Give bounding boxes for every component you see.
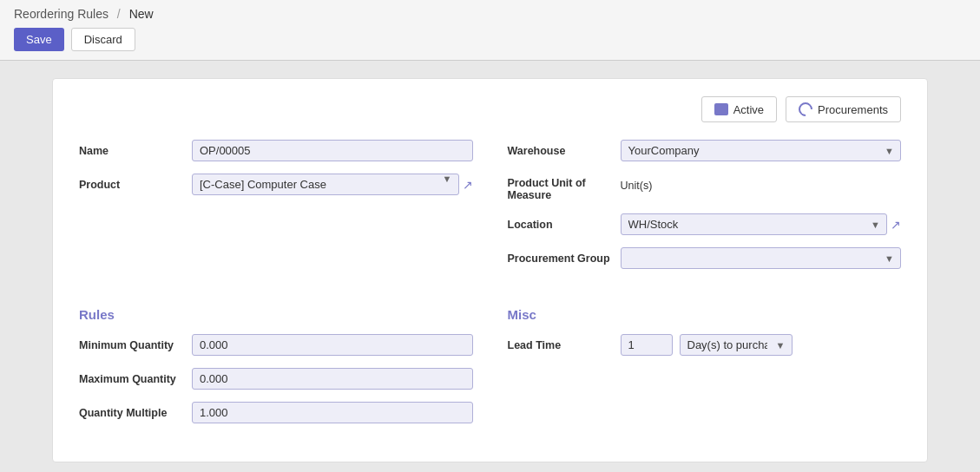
warehouse-select-wrap: YourCompany ▼ <box>621 140 902 161</box>
location-select-container: WH/Stock ▼ ↗ <box>621 213 902 235</box>
name-input[interactable] <box>192 140 473 161</box>
name-field-row: Name <box>79 140 473 161</box>
breadcrumb-separator: / <box>117 7 121 21</box>
misc-title: Misc <box>508 307 902 322</box>
procurement-group-select-wrap: ▼ <box>621 247 902 269</box>
bottom-sections: Rules Minimum Quantity Maximum Quantity … <box>79 307 901 436</box>
location-select-wrap: WH/Stock ▼ <box>621 213 888 235</box>
lead-time-unit-wrap: Day(s) to purchase Day(s) to manufacture… <box>680 334 793 356</box>
warehouse-label: Warehouse <box>508 145 621 157</box>
lead-time-label: Lead Time <box>508 339 621 351</box>
location-select[interactable]: WH/Stock <box>621 213 888 235</box>
content-area: Active Procurements Name Product <box>0 61 980 472</box>
form-card: Active Procurements Name Product <box>52 78 928 462</box>
max-qty-label: Maximum Quantity <box>79 373 192 385</box>
qty-multiple-label: Quantity Multiple <box>79 407 192 419</box>
procurement-group-value: ▼ <box>621 247 902 269</box>
location-field-row: Location WH/Stock ▼ ↗ <box>508 213 902 235</box>
max-qty-row: Maximum Quantity <box>79 368 473 390</box>
name-label: Name <box>79 145 192 157</box>
breadcrumb-parent[interactable]: Reordering Rules <box>14 7 109 21</box>
max-qty-input[interactable] <box>192 368 473 390</box>
product-select-wrap: [C-Case] Computer Case ▼ <box>192 174 459 195</box>
discard-button[interactable]: Discard <box>71 28 135 51</box>
min-qty-value <box>192 334 473 356</box>
warehouse-field-row: Warehouse YourCompany ▼ <box>508 140 902 161</box>
procurement-group-field-row: Procurement Group ▼ <box>508 247 902 269</box>
product-select[interactable]: [C-Case] Computer Case <box>192 174 459 195</box>
location-external-link[interactable]: ↗ <box>891 218 901 232</box>
product-field-row: Product [C-Case] Computer Case ▼ ↗ <box>79 174 473 195</box>
product-unit-field-row: Product Unit of Measure Unit(s) <box>508 174 902 201</box>
left-column: Name Product [C-Case] Computer Case <box>79 140 473 281</box>
qty-multiple-value <box>192 402 473 423</box>
product-label: Product <box>79 179 192 191</box>
min-qty-row: Minimum Quantity <box>79 334 473 356</box>
qty-multiple-input[interactable] <box>192 402 473 423</box>
product-value: [C-Case] Computer Case ▼ ↗ <box>192 174 473 195</box>
product-external-link[interactable]: ↗ <box>463 178 473 192</box>
procurements-label: Procurements <box>818 103 888 116</box>
lead-time-input[interactable] <box>621 334 673 356</box>
name-value <box>192 140 473 161</box>
unit-label: Unit(s) <box>621 180 902 192</box>
toolbar: Save Discard <box>14 28 966 51</box>
lead-time-container: Day(s) to purchase Day(s) to manufacture… <box>621 334 902 356</box>
top-bar: Reordering Rules / New Save Discard <box>0 0 980 61</box>
procurement-group-label: Procurement Group <box>508 252 621 265</box>
main-form: Name Product [C-Case] Computer Case <box>79 140 901 281</box>
warehouse-value: YourCompany ▼ <box>621 140 902 161</box>
procurements-button[interactable]: Procurements <box>786 96 901 122</box>
breadcrumb: Reordering Rules / New <box>14 7 966 21</box>
right-column: Warehouse YourCompany ▼ Product Unit of … <box>508 140 902 281</box>
max-qty-value <box>192 368 473 390</box>
active-icon <box>714 103 728 115</box>
lead-time-value: Day(s) to purchase Day(s) to manufacture… <box>621 334 902 356</box>
qty-multiple-row: Quantity Multiple <box>79 402 473 423</box>
misc-section: Misc Lead Time Day(s) to purchase Day(s)… <box>508 307 902 436</box>
card-header: Active Procurements <box>79 96 901 122</box>
rules-title: Rules <box>79 307 473 322</box>
product-unit-label: Product Unit of Measure <box>508 174 621 201</box>
product-field: [C-Case] Computer Case ▼ ↗ <box>192 174 473 195</box>
lead-time-row: Lead Time Day(s) to purchase Day(s) to m… <box>508 334 902 356</box>
product-unit-value: Unit(s) <box>621 180 902 195</box>
active-label: Active <box>733 103 764 116</box>
procurement-group-select[interactable] <box>621 247 902 269</box>
refresh-icon <box>796 100 816 120</box>
min-qty-label: Minimum Quantity <box>79 339 192 351</box>
min-qty-input[interactable] <box>192 334 473 356</box>
rules-section: Rules Minimum Quantity Maximum Quantity … <box>79 307 473 436</box>
save-button[interactable]: Save <box>14 28 64 51</box>
active-button[interactable]: Active <box>701 96 777 122</box>
breadcrumb-current: New <box>129 7 154 21</box>
warehouse-select[interactable]: YourCompany <box>621 140 902 161</box>
location-value: WH/Stock ▼ ↗ <box>621 213 902 235</box>
lead-time-unit-select[interactable]: Day(s) to purchase Day(s) to manufacture <box>680 334 793 356</box>
location-label: Location <box>508 219 621 231</box>
